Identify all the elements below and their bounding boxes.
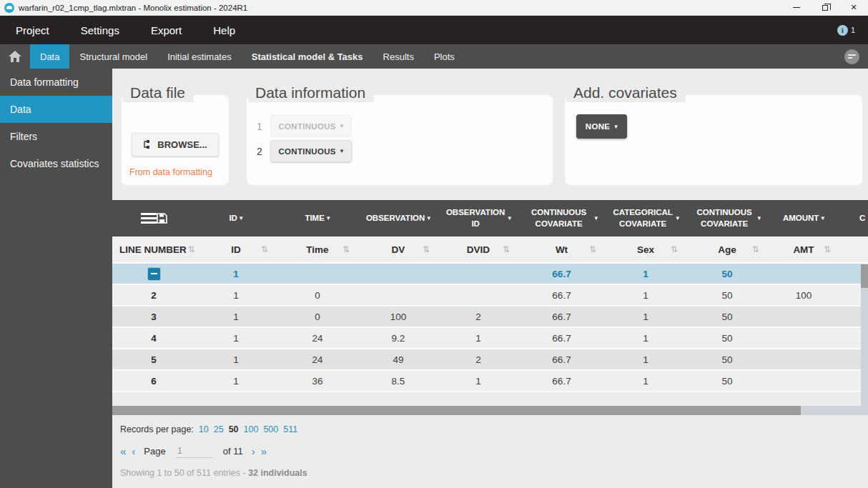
sort-icon[interactable]: ⇅ xyxy=(188,244,195,254)
data-file-panel: Data file BROWSE... From data formatting xyxy=(122,95,229,185)
records-per-page: Records per page: 10 25 50 100 500 511 xyxy=(120,424,307,434)
group-header-observation-id[interactable]: OBSERVATION ID ▾ xyxy=(438,200,518,236)
sort-icon[interactable]: ⇅ xyxy=(342,244,350,254)
cell-age: 50 xyxy=(686,264,768,284)
table-row[interactable]: 6 1 36 8.5 1 66.7 1 50 xyxy=(112,371,868,392)
page-size-100[interactable]: 100 xyxy=(244,424,259,434)
page-size-500[interactable]: 500 xyxy=(263,424,278,434)
sort-icon[interactable]: ⇅ xyxy=(824,244,831,254)
menu-help[interactable]: Help xyxy=(197,24,251,36)
page-number-input[interactable] xyxy=(176,444,213,458)
page-size-50[interactable]: 50 xyxy=(229,424,239,434)
collapse-row-button[interactable] xyxy=(148,268,160,280)
tab-statistical-model-tasks[interactable]: Statistical model & Tasks xyxy=(242,44,373,69)
first-page-button[interactable]: « xyxy=(120,446,126,457)
sidebar-item-data[interactable]: Data xyxy=(0,96,112,123)
close-button[interactable]: ✕ xyxy=(839,0,868,15)
page-size-25[interactable]: 25 xyxy=(214,424,224,434)
group-header-id[interactable]: ID ▾ xyxy=(195,200,277,236)
vertical-scrollbar[interactable] xyxy=(861,264,868,415)
group-header-continuous-covariate-1[interactable]: CONTINUOUS COVARIATE ▾ xyxy=(518,200,605,236)
menu-settings[interactable]: Settings xyxy=(65,24,135,36)
group-header-continuous-covariate-2[interactable]: CONTINUOUS COVARIATE ▾ xyxy=(686,200,768,236)
sort-icon[interactable]: ⇅ xyxy=(423,244,430,254)
table-column-header-row: LINE NUMBER⇅ ID⇅ Time⇅ DV⇅ DVID⇅ Wt⇅ Sex… xyxy=(112,236,868,264)
horizontal-scrollbar[interactable] xyxy=(112,406,861,415)
group-header-amount-label: AMOUNT xyxy=(783,213,819,224)
cell-wt: 66.7 xyxy=(518,371,605,391)
column-header-amt[interactable]: AMT⇅ xyxy=(768,236,839,262)
column-header-line-number[interactable]: LINE NUMBER⇅ xyxy=(112,236,195,262)
column-header-age[interactable]: Age⇅ xyxy=(686,236,768,262)
cell-dv: 9.2 xyxy=(358,328,438,348)
menu-export[interactable]: Export xyxy=(135,24,197,36)
from-data-formatting-link[interactable]: From data formatting xyxy=(129,167,212,177)
tab-data[interactable]: Data xyxy=(30,44,69,69)
table-row[interactable]: 2 1 0 66.7 1 50 100 xyxy=(112,285,868,307)
menu-bar: Project Settings Export Help i 1 xyxy=(0,16,868,44)
sidebar-item-filters[interactable]: Filters xyxy=(0,123,112,150)
cell-dv xyxy=(358,264,438,284)
browse-button-label: BROWSE... xyxy=(157,139,207,150)
sort-icon[interactable]: ⇅ xyxy=(671,244,678,254)
records-per-page-label: Records per page: xyxy=(120,424,194,434)
add-covariates-dropdown[interactable]: NONE ▾ xyxy=(576,114,627,139)
page-size-10[interactable]: 10 xyxy=(199,424,209,434)
vertical-scrollbar-thumb[interactable] xyxy=(861,264,868,288)
sort-icon[interactable]: ⇅ xyxy=(261,244,268,254)
browse-button[interactable]: BROWSE... xyxy=(132,133,219,156)
column-header-wt[interactable]: Wt⇅ xyxy=(518,236,605,262)
cell-amt xyxy=(768,328,839,348)
sort-icon[interactable]: ⇅ xyxy=(503,244,510,254)
tab-structural-model[interactable]: Structural model xyxy=(69,44,157,69)
sidebar: Data formatting Data Filters Covariates … xyxy=(0,69,112,488)
table-row[interactable]: 3 1 0 100 2 66.7 1 50 xyxy=(112,307,868,328)
minimize-button[interactable] xyxy=(782,0,811,15)
menu-icon[interactable] xyxy=(141,213,157,224)
notification-area[interactable]: i 1 xyxy=(837,25,855,36)
group-header-observation-label: OBSERVATION xyxy=(366,213,425,224)
observation-type-dropdown-2[interactable]: CONTINUOUS ▾ xyxy=(270,140,352,162)
horizontal-scrollbar-thumb[interactable] xyxy=(112,406,801,415)
group-header-amount[interactable]: AMOUNT ▾ xyxy=(768,200,839,236)
observation-type-dropdown-1[interactable]: CONTINUOUS ▾ xyxy=(270,115,352,137)
table-row[interactable]: 4 1 24 9.2 1 66.7 1 50 xyxy=(112,328,868,349)
observation-type-row-1: 1 CONTINUOUS ▾ xyxy=(256,115,352,137)
cell-id: 1 xyxy=(195,264,277,284)
sort-icon[interactable]: ⇅ xyxy=(752,244,759,254)
home-button[interactable] xyxy=(0,44,30,69)
column-header-dv[interactable]: DV⇅ xyxy=(358,236,438,262)
page-size-511[interactable]: 511 xyxy=(283,424,297,434)
cell-sex: 1 xyxy=(605,285,686,305)
column-header-dvid[interactable]: DVID⇅ xyxy=(438,236,518,262)
tab-plots[interactable]: Plots xyxy=(424,44,465,69)
cell-age: 50 xyxy=(686,371,768,391)
save-icon[interactable] xyxy=(157,213,167,224)
group-header-observation[interactable]: OBSERVATION ▾ xyxy=(358,200,438,236)
chevron-down-icon: ▾ xyxy=(757,215,761,221)
chat-icon[interactable] xyxy=(844,49,859,64)
previous-page-button[interactable]: ‹ xyxy=(132,446,135,457)
group-header-time[interactable]: TIME ▾ xyxy=(277,200,358,236)
group-header-cutoff[interactable]: C xyxy=(839,200,868,236)
cell-time: 0 xyxy=(277,285,358,305)
menu-project[interactable]: Project xyxy=(0,24,65,36)
sidebar-item-covariates-statistics[interactable]: Covariates statistics xyxy=(0,150,112,177)
table-row[interactable]: 5 1 24 49 2 66.7 1 50 xyxy=(112,349,868,371)
tab-initial-estimates[interactable]: Initial estimates xyxy=(157,44,242,69)
restore-button[interactable] xyxy=(811,0,839,15)
cell-wt: 66.7 xyxy=(518,285,605,305)
column-header-id[interactable]: ID⇅ xyxy=(195,236,277,262)
sidebar-item-data-formatting[interactable]: Data formatting xyxy=(0,69,112,96)
cell-wt: 66.7 xyxy=(518,264,605,284)
group-header-categorical-covariate[interactable]: CATEGORICAL COVARIATE ▾ xyxy=(605,200,686,236)
last-page-button[interactable]: » xyxy=(261,446,267,457)
minimize-icon xyxy=(793,7,800,8)
table-row[interactable]: 1 66.7 1 50 xyxy=(112,264,868,285)
cell-id: 1 xyxy=(195,371,277,391)
column-header-sex[interactable]: Sex⇅ xyxy=(605,236,686,262)
tab-results[interactable]: Results xyxy=(373,44,424,69)
next-page-button[interactable]: › xyxy=(252,446,255,457)
column-header-time[interactable]: Time⇅ xyxy=(277,236,358,262)
sort-icon[interactable]: ⇅ xyxy=(589,244,596,254)
